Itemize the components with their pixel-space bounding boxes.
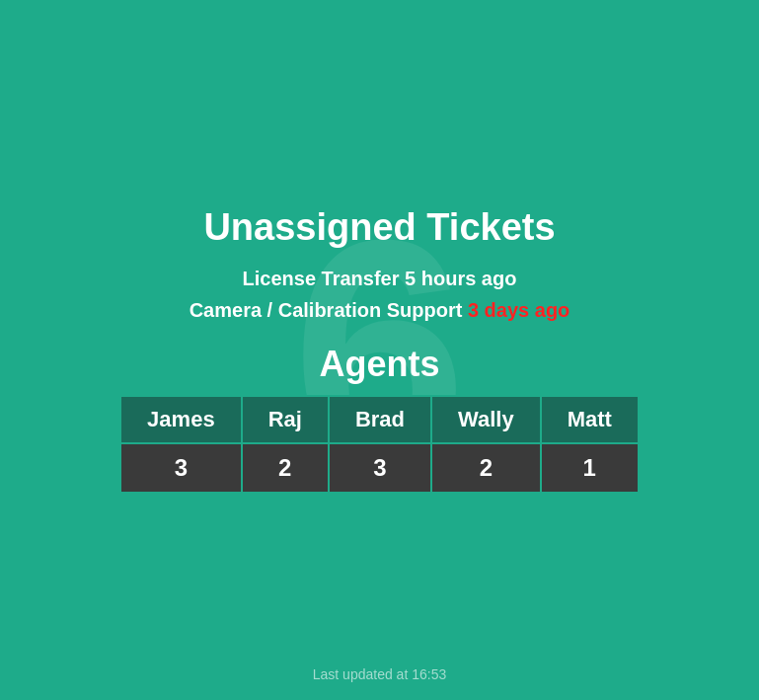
agents-header-row: James Raj Brad Wally Matt — [120, 396, 639, 443]
agent-header-james: James — [120, 396, 242, 443]
agent-count-matt: 1 — [541, 443, 639, 493]
last-updated-text: Last updated at 16:53 — [0, 666, 759, 682]
agent-count-raj: 2 — [242, 443, 329, 493]
agent-header-matt: Matt — [541, 396, 639, 443]
agents-count-row: 3 2 3 2 1 — [120, 443, 639, 493]
ticket-item-1: License Transfer 5 hours ago — [190, 263, 570, 294]
main-container: 6 Unassigned Tickets License Transfer 5 … — [0, 0, 759, 700]
content-area: Unassigned Tickets License Transfer 5 ho… — [0, 206, 759, 494]
ticket-item-2: Camera / Calibration Support 3 days ago — [190, 294, 570, 326]
agent-header-wally: Wally — [431, 396, 541, 443]
tickets-list: License Transfer 5 hours ago Camera / Ca… — [190, 263, 570, 326]
ticket-time-label-2: 3 days ago — [468, 299, 569, 321]
agents-table: James Raj Brad Wally Matt 3 2 3 2 1 — [119, 395, 640, 494]
agent-count-wally: 2 — [431, 443, 541, 493]
agent-count-brad: 3 — [329, 443, 431, 493]
unassigned-tickets-title: Unassigned Tickets — [203, 206, 555, 249]
agent-header-raj: Raj — [242, 396, 329, 443]
agent-count-james: 3 — [120, 443, 242, 493]
ticket-name-1: License Transfer — [243, 268, 400, 289]
ticket-name-2: Camera / Calibration Support — [190, 299, 463, 321]
ticket-time-label-1: 5 hours ago — [405, 268, 516, 289]
agent-header-brad: Brad — [329, 396, 431, 443]
agents-title: Agents — [319, 344, 439, 385]
